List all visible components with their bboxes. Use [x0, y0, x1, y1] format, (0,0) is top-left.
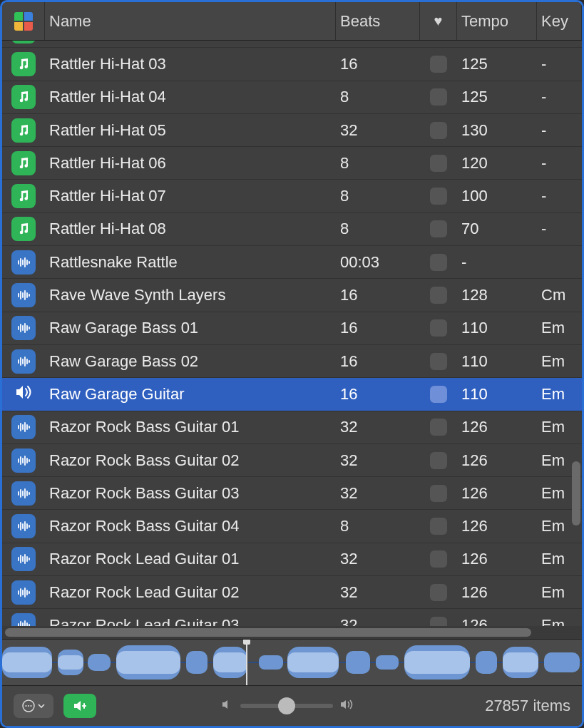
loop-tempo: 110	[457, 385, 537, 404]
favorite-checkbox[interactable]	[430, 220, 447, 237]
loop-beats: 8	[336, 517, 420, 535]
favorite-checkbox[interactable]	[430, 584, 447, 601]
favorite-checkbox[interactable]	[430, 518, 447, 535]
favorite-checkbox[interactable]	[430, 617, 447, 626]
favorite-checkbox[interactable]	[430, 419, 447, 436]
table-row[interactable]: Rattler Hi-Hat 0216125-	[2, 41, 582, 48]
table-row[interactable]: Rattler Hi-Hat 08870-	[2, 213, 582, 246]
loop-tempo: 126	[457, 418, 537, 436]
midi-loop-icon	[11, 85, 36, 109]
table-row[interactable]: Rattler Hi-Hat 078100-	[2, 180, 582, 212]
svg-rect-78	[476, 651, 497, 674]
volume-slider-thumb[interactable]	[278, 697, 295, 714]
column-header-key-label: Key	[541, 12, 568, 31]
favorite-checkbox[interactable]	[430, 122, 447, 139]
loop-beats: 32	[336, 583, 420, 602]
svg-rect-82	[58, 655, 83, 670]
loop-key: Em	[537, 385, 582, 404]
favorite-checkbox[interactable]	[430, 550, 447, 568]
favorite-checkbox[interactable]	[430, 88, 447, 106]
loop-beats: 00:03	[336, 253, 420, 272]
favorite-checkbox[interactable]	[430, 319, 447, 337]
loop-beats: 16	[336, 385, 420, 404]
loop-key: Em	[537, 550, 582, 568]
table-row[interactable]: Rattler Hi-Hat 068120-	[2, 147, 582, 180]
midi-loop-icon	[11, 184, 36, 208]
svg-point-89	[25, 705, 26, 707]
svg-rect-80	[544, 652, 580, 672]
column-header-tempo[interactable]: Tempo	[457, 2, 537, 40]
table-row[interactable]: Razor Rock Bass Guitar 0232126Em	[2, 444, 582, 477]
loop-name: Rattler Hi-Hat 04	[45, 88, 336, 106]
table-row[interactable]: Razor Rock Lead Guitar 0232126Em	[2, 576, 582, 609]
favorite-checkbox[interactable]	[430, 254, 447, 271]
table-row[interactable]: Razor Rock Lead Guitar 0132126Em	[2, 543, 582, 576]
table-row[interactable]: Raw Garage Bass 0216110Em	[2, 345, 582, 378]
favorite-checkbox[interactable]	[430, 485, 447, 502]
loop-beats: 8	[336, 88, 420, 106]
vertical-scrollbar-thumb[interactable]	[572, 461, 580, 526]
svg-rect-69	[88, 654, 111, 671]
table-header: Name Beats ♥ Tempo Key	[2, 2, 582, 41]
table-row[interactable]: Razor Rock Bass Guitar 048126Em	[2, 510, 582, 543]
volume-control	[220, 697, 356, 715]
svg-rect-75	[346, 651, 370, 674]
audio-loop-icon	[11, 349, 36, 374]
loop-browser-window: Name Beats ♥ Tempo Key Rattler Hi-Hat 02…	[0, 0, 584, 728]
loop-beats: 16	[336, 319, 420, 337]
playhead[interactable]	[246, 640, 247, 685]
column-header-name[interactable]: Name	[45, 2, 336, 40]
loop-tempo: 126	[457, 616, 537, 626]
favorite-checkbox[interactable]	[430, 287, 447, 304]
favorite-checkbox[interactable]	[430, 386, 447, 403]
favorite-checkbox[interactable]	[430, 155, 447, 172]
svg-rect-73	[259, 655, 283, 670]
svg-rect-86	[404, 651, 470, 674]
favorite-checkbox[interactable]	[430, 56, 447, 73]
loop-beats: 8	[336, 154, 420, 173]
table-row[interactable]: Rave Wave Synth Layers16128Cm	[2, 279, 582, 312]
column-header-beats[interactable]: Beats	[336, 2, 420, 40]
loop-name: Razor Rock Bass Guitar 01	[45, 418, 336, 436]
waveform-preview[interactable]	[2, 639, 582, 685]
horizontal-scrollbar[interactable]	[2, 626, 582, 639]
column-header-key[interactable]: Key	[537, 2, 582, 40]
table-row[interactable]: Rattlesnake Rattle00:03-	[2, 246, 582, 279]
preview-play-button[interactable]	[63, 694, 96, 718]
loop-name: Rattler Hi-Hat 07	[45, 187, 336, 205]
more-options-button[interactable]	[14, 694, 53, 718]
table-row[interactable]: Rattler Hi-Hat 0316125-	[2, 48, 582, 81]
table-row[interactable]: Raw Garage Guitar16110Em	[2, 378, 582, 411]
audio-loop-icon	[11, 613, 36, 626]
loop-key: Cm	[537, 286, 582, 304]
midi-loop-icon	[11, 118, 36, 143]
chevron-down-icon	[38, 702, 45, 709]
volume-slider[interactable]	[240, 704, 333, 708]
horizontal-scrollbar-thumb[interactable]	[5, 628, 531, 637]
loop-beats: 32	[336, 550, 420, 568]
table-row[interactable]: Rattler Hi-Hat 048125-	[2, 81, 582, 114]
table-row[interactable]: Raw Garage Bass 0116110Em	[2, 312, 582, 345]
column-header-name-label: Name	[49, 12, 91, 31]
volume-low-icon	[220, 697, 235, 715]
audio-loop-icon	[11, 547, 36, 571]
audio-loop-icon	[11, 250, 36, 275]
svg-point-91	[30, 705, 31, 707]
table-row[interactable]: Razor Rock Bass Guitar 0132126Em	[2, 411, 582, 444]
speaker-play-icon	[72, 698, 88, 714]
column-header-favorite[interactable]: ♥	[420, 2, 457, 40]
loop-key: Em	[537, 616, 582, 626]
table-row[interactable]: Rattler Hi-Hat 0532130-	[2, 114, 582, 147]
table-row[interactable]: Razor Rock Bass Guitar 0332126Em	[2, 477, 582, 510]
audio-loop-icon	[11, 415, 36, 439]
favorite-checkbox[interactable]	[430, 353, 447, 370]
loop-name: Rattler Hi-Hat 08	[45, 220, 336, 238]
favorite-checkbox[interactable]	[430, 452, 447, 469]
table-row[interactable]: Razor Rock Lead Guitar 0332126Em	[2, 609, 582, 626]
loop-key: Em	[537, 352, 582, 371]
loop-tempo: 125	[457, 88, 537, 106]
loop-list[interactable]: Rattler Hi-Hat 0216125-Rattler Hi-Hat 03…	[2, 41, 582, 626]
view-mode-button[interactable]	[2, 2, 45, 40]
favorite-checkbox[interactable]	[430, 188, 447, 205]
loop-browser-icon	[13, 11, 34, 32]
